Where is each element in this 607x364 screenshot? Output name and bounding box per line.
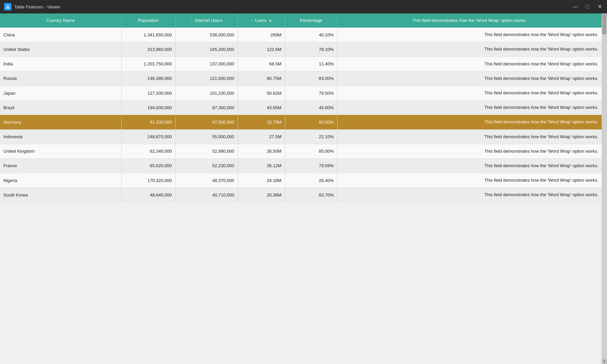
table-cell: This field demonstrates how the 'Word Wr… bbox=[337, 129, 602, 144]
table-cell: 127,330,000 bbox=[121, 86, 175, 100]
table-cell: 83.70% bbox=[285, 188, 337, 202]
table-cell: 45.00% bbox=[285, 100, 337, 115]
sort-asc-icon: ↑ bbox=[251, 19, 253, 23]
table-cell: 79.50% bbox=[285, 86, 337, 100]
col-header-word-wrap: This field demonstrates how the 'Word Wr… bbox=[337, 13, 602, 28]
table-cell: 48,370,000 bbox=[175, 173, 238, 188]
table-cell: Russia bbox=[0, 71, 121, 86]
table-row[interactable]: Indonesia248,870,00055,000,00027.5M22.10… bbox=[0, 129, 602, 144]
table-cell: 121,500,000 bbox=[175, 71, 238, 86]
table-cell: 122.6M bbox=[238, 42, 285, 57]
col-header-country[interactable]: Country Name bbox=[0, 13, 121, 28]
table-cell: 27.5M bbox=[238, 129, 285, 144]
table-cell: 83.00% bbox=[285, 115, 337, 129]
table-row[interactable]: Russia146,390,000121,500,00060.75M83.00%… bbox=[0, 71, 602, 86]
table-cell: 146,390,000 bbox=[121, 71, 175, 86]
table-cell: United Kingdom bbox=[0, 144, 121, 158]
table-cell: This field demonstrates how the 'Word Wr… bbox=[337, 86, 602, 100]
table-cell: India bbox=[0, 57, 121, 71]
sort-desc-icon: ↓ bbox=[191, 19, 193, 23]
table-cell: 22.10% bbox=[285, 129, 337, 144]
scrollbar-thumb[interactable] bbox=[602, 14, 606, 34]
table-cell: 65,620,000 bbox=[121, 158, 175, 173]
table-cell: 170,320,000 bbox=[121, 173, 175, 188]
window-controls: — □ ✕ bbox=[572, 4, 603, 9]
table-cell: This field demonstrates how the 'Word Wr… bbox=[337, 42, 602, 57]
table-row[interactable]: United States313,960,000245,200,000122.6… bbox=[0, 42, 602, 57]
table-row[interactable]: South Korea48,640,00040,710,00020.36M83.… bbox=[0, 188, 602, 202]
table-header-row: Country Name Population ↓ Internet Users… bbox=[0, 13, 602, 28]
table-cell: 26.50M bbox=[238, 144, 285, 158]
table-row[interactable]: Brazil194,000,00087,300,00043.65M45.00%T… bbox=[0, 100, 602, 115]
table-cell: Japan bbox=[0, 86, 121, 100]
table-cell: 68.5M bbox=[238, 57, 285, 71]
table-cell: 79.59% bbox=[285, 158, 337, 173]
maximize-button[interactable]: □ bbox=[584, 4, 591, 9]
table-cell: 62,340,000 bbox=[121, 144, 175, 158]
table-cell: 83.00% bbox=[285, 71, 337, 86]
table-cell: 1,201,750,000 bbox=[121, 57, 175, 71]
close-button[interactable]: ✕ bbox=[596, 4, 603, 9]
table-cell: 52,990,000 bbox=[175, 144, 238, 158]
table-cell: 43.65M bbox=[238, 100, 285, 115]
minimize-button[interactable]: — bbox=[572, 4, 579, 9]
table-cell: 40.10% bbox=[285, 28, 337, 42]
table-cell: 248,870,000 bbox=[121, 129, 175, 144]
title-bar: Table Features - Viewer — □ ✕ bbox=[0, 0, 607, 13]
table-cell: 55,000,000 bbox=[175, 129, 238, 144]
table-cell: 24.18M bbox=[238, 173, 285, 188]
table-scroll-area[interactable]: Country Name Population ↓ Internet Users… bbox=[0, 13, 602, 364]
app-logo bbox=[4, 3, 11, 10]
col-header-users[interactable]: ↑ Users ▼ bbox=[238, 13, 285, 28]
table-cell: 40,710,000 bbox=[175, 188, 238, 202]
table-cell: 538,000,000 bbox=[175, 28, 238, 42]
table-body: China1,341,650,000538,000,000269M40.10%T… bbox=[0, 28, 602, 202]
table-cell: 48,640,000 bbox=[121, 188, 175, 202]
dropdown-icon[interactable]: ▼ bbox=[268, 19, 272, 23]
scrollbar-down-arrow[interactable]: ▼ bbox=[602, 359, 607, 364]
col-header-percentage[interactable]: Persentage bbox=[285, 13, 337, 28]
vertical-scrollbar[interactable]: ▲ ▼ bbox=[602, 13, 607, 364]
table-row[interactable]: France65,620,00052,230,00026.12M79.59%Th… bbox=[0, 158, 602, 173]
table-cell: This field demonstrates how the 'Word Wr… bbox=[337, 57, 602, 71]
table-cell: United States bbox=[0, 42, 121, 57]
table-cell: 313,960,000 bbox=[121, 42, 175, 57]
table-row[interactable]: China1,341,650,000538,000,000269M40.10%T… bbox=[0, 28, 602, 42]
table-row[interactable]: Japan127,330,000101,230,00050.62M79.50%T… bbox=[0, 86, 602, 100]
table-cell: This field demonstrates how the 'Word Wr… bbox=[337, 158, 602, 173]
table-cell: 33.75M bbox=[238, 115, 285, 129]
col-header-population[interactable]: Population bbox=[121, 13, 175, 28]
table-cell: 101,230,000 bbox=[175, 86, 238, 100]
table-cell: 28.40% bbox=[285, 173, 337, 188]
data-table: Country Name Population ↓ Internet Users… bbox=[0, 13, 602, 202]
table-cell: South Korea bbox=[0, 188, 121, 202]
col-header-internet-users[interactable]: ↓ Internet Users bbox=[175, 13, 238, 28]
table-cell: This field demonstrates how the 'Word Wr… bbox=[337, 115, 602, 129]
table-cell: 81,330,000 bbox=[121, 115, 175, 129]
table-row[interactable]: Nigeria170,320,00048,370,00024.18M28.40%… bbox=[0, 173, 602, 188]
table-cell: This field demonstrates how the 'Word Wr… bbox=[337, 71, 602, 86]
svg-marker-0 bbox=[6, 5, 9, 8]
table-cell: 87,300,000 bbox=[175, 100, 238, 115]
title-bar-left: Table Features - Viewer bbox=[4, 3, 60, 10]
table-cell: 1,341,650,000 bbox=[121, 28, 175, 42]
table-cell: 50.62M bbox=[238, 86, 285, 100]
table-cell: Brazil bbox=[0, 100, 121, 115]
table-cell: Indonesia bbox=[0, 129, 121, 144]
table-cell: 11.40% bbox=[285, 57, 337, 71]
table-row[interactable]: United Kingdom62,340,00052,990,00026.50M… bbox=[0, 144, 602, 158]
table-cell: 245,200,000 bbox=[175, 42, 238, 57]
table-cell: This field demonstrates how the 'Word Wr… bbox=[337, 173, 602, 188]
table-cell: 85.00% bbox=[285, 144, 337, 158]
table-cell: This field demonstrates how the 'Word Wr… bbox=[337, 100, 602, 115]
table-cell: 26.12M bbox=[238, 158, 285, 173]
table-cell: France bbox=[0, 158, 121, 173]
table-cell: China bbox=[0, 28, 121, 42]
table-row[interactable]: Germany81,330,00067,500,00033.75M83.00%T… bbox=[0, 115, 602, 129]
table-cell: This field demonstrates how the 'Word Wr… bbox=[337, 188, 602, 202]
table-cell: 78.10% bbox=[285, 42, 337, 57]
table-cell: This field demonstrates how the 'Word Wr… bbox=[337, 144, 602, 158]
table-row[interactable]: India1,201,750,000137,000,00068.5M11.40%… bbox=[0, 57, 602, 71]
window-title: Table Features - Viewer bbox=[14, 4, 60, 9]
table-container: Country Name Population ↓ Internet Users… bbox=[0, 13, 607, 364]
